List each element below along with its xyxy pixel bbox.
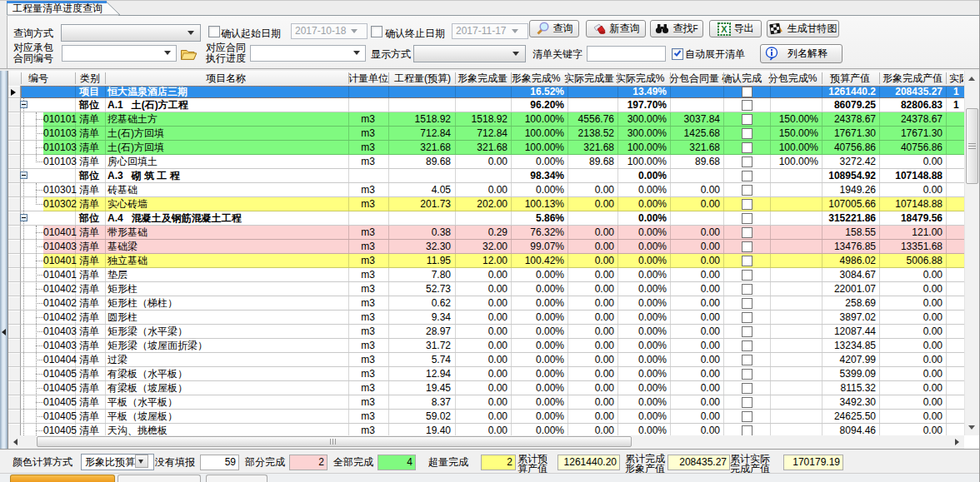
- svg-text:X: X: [721, 24, 728, 34]
